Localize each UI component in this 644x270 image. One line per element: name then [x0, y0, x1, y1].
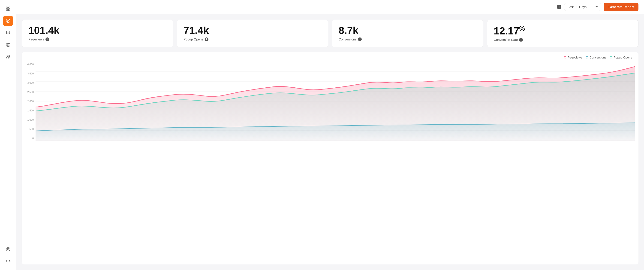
- sidebar: [0, 0, 16, 270]
- svg-rect-1: [8, 7, 10, 8]
- svg-point-5: [8, 21, 8, 21]
- conversion-rate-value: 12.17%: [494, 26, 525, 36]
- y-label-4000: 4,000: [24, 63, 34, 66]
- y-label-500: 500: [24, 127, 34, 130]
- stats-row: 101.4k Pageviews i 71.4k Popup Opens i 8…: [22, 20, 638, 47]
- conversion-rate-info-icon[interactable]: i: [519, 38, 523, 42]
- pageviews-label: Pageviews i: [28, 38, 49, 41]
- popup-opens-info-icon[interactable]: i: [205, 38, 208, 41]
- conversion-rate-label: Conversion Rate i: [494, 38, 523, 42]
- chart-svg: [36, 62, 635, 141]
- chart-container: Pageviews Conversions Popup Opens 4,000 …: [22, 52, 638, 264]
- y-label-1000: 1,000: [24, 118, 34, 121]
- y-label-3000: 3,000: [24, 81, 34, 84]
- stat-card-pageviews: 101.4k Pageviews i: [22, 20, 173, 47]
- y-axis: 4,000 3,500 3,000 2,500 2,000 1,500 1,00…: [24, 62, 36, 141]
- conversions-label: Conversions i: [338, 38, 362, 41]
- pageviews-info-icon[interactable]: i: [46, 38, 49, 41]
- svg-rect-2: [6, 9, 8, 11]
- legend-pageviews: Pageviews: [564, 56, 582, 59]
- y-label-0: 0: [24, 137, 34, 140]
- legend-popup-opens-dot: [610, 56, 612, 59]
- popup-opens-label: Popup Opens i: [184, 38, 208, 41]
- stat-card-conversions: 8.7k Conversions i: [332, 20, 483, 47]
- sidebar-item-revenue[interactable]: [3, 244, 13, 254]
- svg-point-9: [8, 56, 10, 57]
- chart-legend: Pageviews Conversions Popup Opens: [24, 56, 635, 62]
- sidebar-item-analytics[interactable]: [3, 16, 13, 26]
- sidebar-item-database[interactable]: [3, 28, 13, 38]
- generate-report-button[interactable]: Generate Report: [604, 3, 638, 11]
- legend-conversions: Conversions: [586, 56, 606, 59]
- conversions-value: 8.7k: [338, 26, 358, 36]
- content-area: 101.4k Pageviews i 71.4k Popup Opens i 8…: [16, 14, 644, 270]
- pageviews-value: 101.4k: [28, 26, 60, 36]
- popup-opens-value: 71.4k: [184, 26, 209, 36]
- stat-card-popup-opens: 71.4k Popup Opens i: [177, 20, 328, 47]
- legend-pageviews-dot: [564, 56, 566, 59]
- conversions-info-icon[interactable]: i: [358, 38, 362, 41]
- y-label-2500: 2,500: [24, 91, 34, 93]
- chart-wrapper: 4,000 3,500 3,000 2,500 2,000 1,500 1,00…: [24, 62, 635, 141]
- svg-point-8: [7, 55, 8, 57]
- svg-point-6: [6, 31, 10, 32]
- sidebar-item-audience[interactable]: [3, 52, 13, 62]
- header-info-icon[interactable]: i: [557, 5, 561, 9]
- y-label-3500: 3,500: [24, 72, 34, 75]
- sidebar-item-code[interactable]: [3, 256, 13, 266]
- header: i Last 7 Days Last 30 Days Last 90 Days …: [16, 0, 644, 14]
- sidebar-item-grid[interactable]: [3, 4, 13, 14]
- legend-conversions-dot: [586, 56, 588, 59]
- y-label-2000: 2,000: [24, 100, 34, 103]
- svg-rect-0: [6, 7, 8, 8]
- main-content: i Last 7 Days Last 30 Days Last 90 Days …: [16, 0, 644, 270]
- svg-rect-3: [8, 9, 10, 11]
- sidebar-item-globe[interactable]: [3, 40, 13, 50]
- legend-popup-opens: Popup Opens: [610, 56, 632, 59]
- stat-card-conversion-rate: 12.17% Conversion Rate i: [487, 20, 638, 47]
- y-label-1500: 1,500: [24, 109, 34, 112]
- date-filter[interactable]: Last 7 Days Last 30 Days Last 90 Days La…: [564, 3, 601, 11]
